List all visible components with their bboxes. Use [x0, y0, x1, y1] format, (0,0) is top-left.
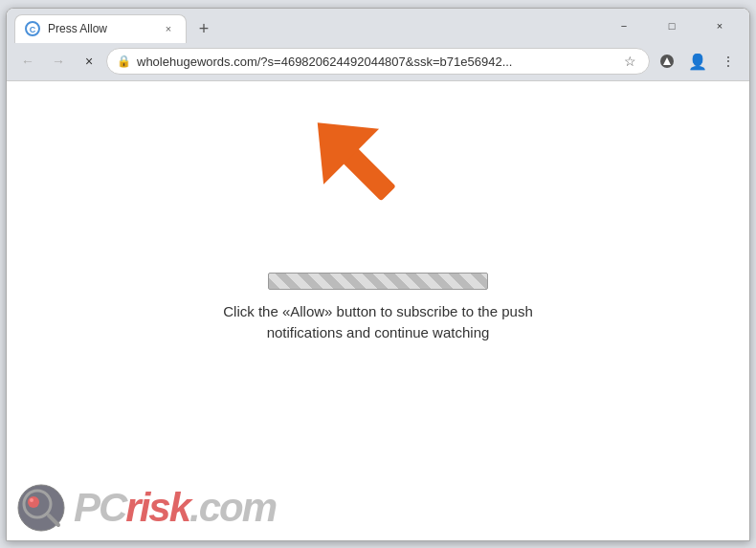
- page-content: Click the «Allow» button to subscribe to…: [7, 81, 749, 540]
- pcrisk-logo-icon: [16, 483, 66, 533]
- progress-bar: [268, 273, 488, 290]
- url-text: wholehugewords.com/?s=469820624492044807…: [137, 55, 614, 69]
- back-button[interactable]: ←: [14, 48, 41, 75]
- watermark-suffix: .com: [189, 485, 276, 530]
- tab-title: Press Allow: [48, 22, 153, 35]
- svg-text:C: C: [30, 25, 36, 34]
- close-button[interactable]: ×: [698, 9, 742, 43]
- page-message: Click the «Allow» button to subscribe to…: [192, 301, 564, 344]
- tab-area: C Press Allow × +: [14, 9, 602, 43]
- browser-window: C Press Allow × + − □ × ← → × 🔒 wholehug…: [6, 8, 750, 541]
- bookmark-icon[interactable]: ☆: [620, 52, 639, 71]
- svg-point-10: [30, 498, 33, 502]
- arrow-indicator: [303, 105, 418, 230]
- address-bar[interactable]: 🔒 wholehugewords.com/?s=4698206244920448…: [106, 48, 650, 75]
- profile-button[interactable]: 👤: [684, 48, 711, 75]
- tab-close-button[interactable]: ×: [161, 21, 176, 36]
- watermark-risk: risk: [125, 485, 189, 530]
- reload-button[interactable]: ×: [76, 48, 102, 75]
- watermark: PCrisk.com: [16, 483, 276, 533]
- maximize-button[interactable]: □: [650, 9, 694, 43]
- forward-button[interactable]: →: [45, 48, 72, 75]
- menu-button[interactable]: ⋮: [715, 48, 742, 75]
- watermark-text: PCrisk.com: [74, 485, 276, 531]
- lock-icon: 🔒: [117, 55, 131, 68]
- new-tab-button[interactable]: +: [190, 16, 217, 43]
- minimize-button[interactable]: −: [602, 9, 646, 43]
- svg-point-9: [28, 496, 39, 508]
- watermark-pc: PC: [74, 485, 125, 530]
- extensions-button[interactable]: [654, 48, 680, 75]
- browser-toolbar: ← → × 🔒 wholehugewords.com/?s=4698206244…: [7, 43, 749, 81]
- progress-area: Click the «Allow» button to subscribe to…: [192, 273, 564, 344]
- tab-favicon: C: [25, 21, 40, 36]
- active-tab[interactable]: C Press Allow ×: [14, 14, 187, 43]
- titlebar: C Press Allow × + − □ ×: [7, 9, 749, 43]
- window-controls: − □ ×: [602, 9, 742, 43]
